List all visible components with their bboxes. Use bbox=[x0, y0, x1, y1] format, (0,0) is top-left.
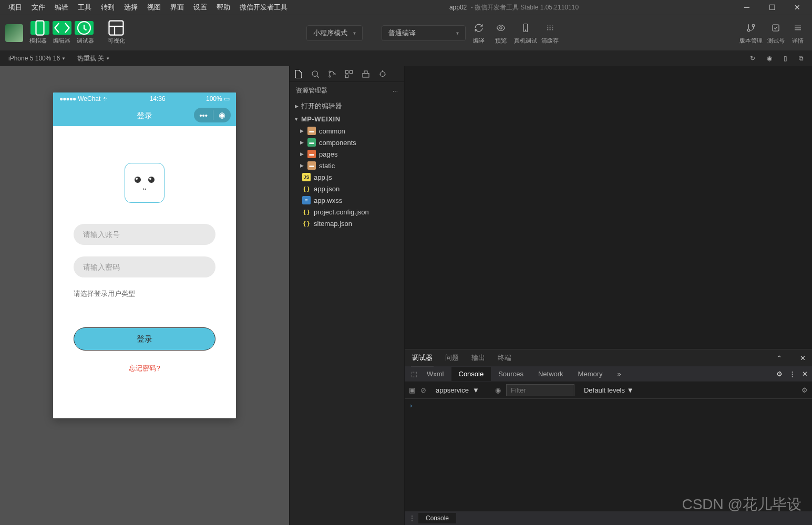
menu-project[interactable]: 项目 bbox=[4, 1, 26, 14]
svg-point-14 bbox=[329, 71, 331, 73]
svg-rect-21 bbox=[364, 71, 367, 74]
panel-close-icon[interactable]: ✕ bbox=[800, 354, 806, 362]
search-icon[interactable] bbox=[311, 69, 320, 79]
panel-collapse-icon[interactable]: ⌃ bbox=[776, 354, 782, 362]
live-expression-icon[interactable]: ◉ bbox=[495, 386, 501, 394]
file-app-js[interactable]: JSapp.js bbox=[290, 171, 404, 183]
battery-icon: ▭ bbox=[224, 95, 230, 102]
tab-problems[interactable]: 问题 bbox=[444, 350, 460, 366]
menu-edit[interactable]: 编辑 bbox=[50, 1, 73, 14]
login-button[interactable]: 登录 bbox=[74, 327, 215, 351]
git-icon[interactable] bbox=[327, 69, 337, 79]
debugger-label[interactable]: 调试器 bbox=[77, 37, 94, 45]
wifi-icon: ᯤ bbox=[102, 95, 109, 102]
files-icon[interactable] bbox=[294, 69, 303, 79]
real-debug-button[interactable] bbox=[517, 21, 535, 35]
sidebar-toggle-icon[interactable]: ▣ bbox=[409, 386, 415, 394]
file-app-json[interactable]: { }app.json bbox=[290, 183, 404, 194]
inspect-icon[interactable]: ⬚ bbox=[409, 370, 419, 378]
menu-devtools[interactable]: 微信开发者工具 bbox=[235, 1, 292, 14]
user-avatar[interactable] bbox=[5, 24, 23, 42]
editor-label[interactable]: 编辑器 bbox=[53, 37, 70, 45]
maximize-button[interactable]: ☐ bbox=[762, 2, 783, 13]
refresh-icon[interactable]: ↻ bbox=[747, 54, 758, 63]
version-button[interactable] bbox=[742, 21, 760, 35]
project-section[interactable]: ▼MP-WEIXIN bbox=[290, 113, 404, 125]
editor-blank bbox=[405, 66, 812, 349]
visualize-toggle[interactable] bbox=[107, 21, 126, 35]
bug-icon[interactable] bbox=[378, 69, 387, 79]
folder-static[interactable]: ▶▬static bbox=[290, 160, 404, 171]
editor-toggle[interactable] bbox=[53, 21, 71, 35]
menu-view[interactable]: 视图 bbox=[143, 1, 165, 14]
devtools-settings-icon[interactable]: ⚙ bbox=[776, 370, 783, 378]
details-button[interactable] bbox=[789, 21, 807, 35]
debugger-toggle[interactable] bbox=[75, 21, 94, 35]
menu-file[interactable]: 文件 bbox=[27, 1, 49, 14]
context-select[interactable]: appservice ▼ bbox=[431, 385, 490, 396]
folder-pages[interactable]: ▶▬pages bbox=[290, 148, 404, 160]
devtools-close-icon[interactable]: ✕ bbox=[802, 370, 808, 378]
compile-button[interactable] bbox=[470, 21, 488, 35]
clear-console-icon[interactable]: ⊘ bbox=[420, 386, 426, 394]
visualize-label[interactable]: 可视化 bbox=[108, 37, 125, 45]
build-icon[interactable] bbox=[361, 69, 371, 79]
open-editors-section[interactable]: ▶打开的编辑器 bbox=[290, 99, 404, 113]
mode-select[interactable]: 小程序模式 bbox=[306, 25, 363, 41]
menu-interface[interactable]: 界面 bbox=[166, 1, 188, 14]
compile-select[interactable]: 普通编译 bbox=[382, 25, 466, 41]
tab-debugger[interactable]: 调试器 bbox=[411, 350, 434, 366]
forgot-password-link[interactable]: 忘记密码? bbox=[129, 364, 160, 373]
drawer-more-icon[interactable]: ⋮ bbox=[409, 514, 415, 522]
simulator-toggle[interactable] bbox=[30, 21, 49, 35]
console-prompt-icon: › bbox=[410, 402, 412, 409]
testnum-button[interactable] bbox=[767, 21, 785, 35]
nav-capsule: ••• ◉ bbox=[194, 108, 231, 122]
svg-rect-8 bbox=[773, 25, 779, 31]
hot-reload-toggle[interactable]: 热重载 关 ▼ bbox=[74, 53, 113, 64]
drawer-console-tab[interactable]: Console bbox=[418, 513, 456, 523]
menu-help[interactable]: 帮助 bbox=[212, 1, 234, 14]
tab-wxml[interactable]: Wxml bbox=[419, 367, 451, 381]
tab-network[interactable]: Network bbox=[531, 367, 571, 381]
svg-rect-17 bbox=[345, 70, 348, 73]
capsule-close-icon[interactable]: ◉ bbox=[219, 110, 225, 120]
console-settings-icon[interactable]: ⚙ bbox=[801, 386, 808, 394]
menu-settings[interactable]: 设置 bbox=[189, 1, 211, 14]
tab-console[interactable]: Console bbox=[451, 367, 491, 381]
menu-select[interactable]: 选择 bbox=[120, 1, 142, 14]
console-filter-input[interactable] bbox=[506, 384, 574, 396]
menu-tools[interactable]: 工具 bbox=[74, 1, 96, 14]
svg-rect-0 bbox=[36, 21, 44, 35]
window-icon[interactable]: ⧉ bbox=[796, 54, 807, 63]
tab-terminal[interactable]: 终端 bbox=[497, 350, 512, 366]
console-output[interactable]: › bbox=[405, 399, 812, 511]
file-app-wxss[interactable]: ≡app.wxss bbox=[290, 194, 404, 206]
explorer-iconbar bbox=[290, 66, 404, 82]
folder-common[interactable]: ▶▬common bbox=[290, 125, 404, 137]
minimize-button[interactable]: ─ bbox=[736, 2, 757, 13]
file-project-config[interactable]: { }project.config.json bbox=[290, 206, 404, 218]
file-sitemap-json[interactable]: { }sitemap.json bbox=[290, 218, 404, 229]
close-button[interactable]: ✕ bbox=[787, 2, 808, 13]
simulator-label[interactable]: 模拟器 bbox=[29, 37, 47, 45]
tab-sources[interactable]: Sources bbox=[491, 367, 531, 381]
folder-components[interactable]: ▶▬components bbox=[290, 137, 404, 148]
device-select[interactable]: iPhone 5 100% 16 ▼ bbox=[5, 54, 69, 63]
extensions-icon[interactable] bbox=[344, 69, 354, 79]
tab-output[interactable]: 输出 bbox=[470, 350, 486, 366]
devtools-more-icon[interactable]: ⋮ bbox=[789, 370, 796, 378]
menu-goto[interactable]: 转到 bbox=[97, 1, 119, 14]
details-label: 详情 bbox=[792, 37, 804, 45]
preview-button[interactable] bbox=[492, 21, 510, 35]
stop-icon[interactable]: ◉ bbox=[764, 54, 775, 63]
explorer-more-icon[interactable]: ··· bbox=[393, 87, 398, 95]
username-input[interactable] bbox=[74, 224, 215, 245]
tab-memory[interactable]: Memory bbox=[571, 367, 610, 381]
tabs-overflow-icon[interactable]: » bbox=[610, 367, 629, 381]
capsule-menu-icon[interactable]: ••• bbox=[199, 111, 208, 120]
log-levels-select[interactable]: Default levels ▼ bbox=[580, 385, 641, 396]
phone-icon[interactable]: ▯ bbox=[780, 54, 790, 63]
password-input[interactable] bbox=[74, 256, 215, 277]
clear-cache-button[interactable] bbox=[541, 21, 559, 35]
